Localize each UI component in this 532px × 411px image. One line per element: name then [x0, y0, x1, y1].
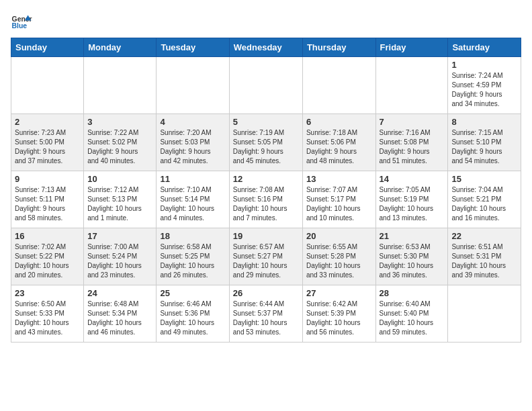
day-info: Sunrise: 6:50 AM Sunset: 5:33 PM Dayligh… — [15, 300, 80, 337]
day-info: Sunrise: 6:57 AM Sunset: 5:27 PM Dayligh… — [233, 242, 299, 280]
svg-text:Blue: Blue — [12, 22, 28, 30]
calendar-cell: 13Sunrise: 7:07 AM Sunset: 5:17 PM Dayli… — [302, 171, 375, 228]
day-info: Sunrise: 7:12 AM Sunset: 5:13 PM Dayligh… — [87, 185, 152, 223]
day-number: 24 — [87, 288, 152, 298]
day-info: Sunrise: 6:55 AM Sunset: 5:28 PM Dayligh… — [306, 242, 372, 280]
day-number: 14 — [380, 174, 445, 184]
calendar-cell: 3Sunrise: 7:22 AM Sunset: 5:02 PM Daylig… — [84, 114, 157, 171]
logo-icon: General Blue — [11, 11, 32, 32]
day-number: 26 — [233, 288, 299, 298]
day-info: Sunrise: 7:08 AM Sunset: 5:16 PM Dayligh… — [233, 185, 299, 223]
day-number: 12 — [233, 174, 299, 184]
calendar-cell: 21Sunrise: 6:53 AM Sunset: 5:30 PM Dayli… — [375, 228, 448, 285]
day-number: 1 — [451, 60, 517, 70]
day-info: Sunrise: 6:58 AM Sunset: 5:25 PM Dayligh… — [160, 242, 225, 280]
day-number: 6 — [306, 117, 372, 127]
calendar-cell: 16Sunrise: 7:02 AM Sunset: 5:22 PM Dayli… — [11, 228, 84, 285]
calendar-cell: 19Sunrise: 6:57 AM Sunset: 5:27 PM Dayli… — [229, 228, 302, 285]
weekday-header-tuesday: Tuesday — [157, 38, 229, 57]
day-info: Sunrise: 7:05 AM Sunset: 5:19 PM Dayligh… — [380, 185, 445, 223]
calendar-cell: 1Sunrise: 7:24 AM Sunset: 4:59 PM Daylig… — [448, 57, 521, 114]
day-number: 11 — [160, 174, 225, 184]
day-number: 22 — [451, 231, 517, 241]
page-header: General Blue — [11, 11, 521, 32]
calendar-cell — [84, 57, 157, 114]
day-number: 27 — [306, 288, 372, 298]
day-info: Sunrise: 7:19 AM Sunset: 5:05 PM Dayligh… — [233, 128, 299, 166]
calendar-cell — [229, 57, 302, 114]
day-info: Sunrise: 7:00 AM Sunset: 5:24 PM Dayligh… — [87, 242, 152, 280]
day-info: Sunrise: 6:42 AM Sunset: 5:39 PM Dayligh… — [306, 300, 372, 337]
calendar-table: SundayMondayTuesdayWednesdayThursdayFrid… — [11, 38, 521, 342]
day-number: 20 — [306, 231, 372, 241]
weekday-header-thursday: Thursday — [302, 38, 375, 57]
day-info: Sunrise: 6:46 AM Sunset: 5:36 PM Dayligh… — [160, 300, 225, 337]
day-info: Sunrise: 7:07 AM Sunset: 5:17 PM Dayligh… — [306, 185, 372, 223]
weekday-header-monday: Monday — [84, 38, 157, 57]
calendar-cell — [448, 285, 521, 342]
day-info: Sunrise: 7:18 AM Sunset: 5:06 PM Dayligh… — [306, 128, 372, 166]
day-info: Sunrise: 7:16 AM Sunset: 5:08 PM Dayligh… — [380, 128, 445, 166]
day-number: 5 — [233, 117, 299, 127]
day-info: Sunrise: 7:15 AM Sunset: 5:10 PM Dayligh… — [451, 128, 517, 166]
calendar-cell: 9Sunrise: 7:13 AM Sunset: 5:11 PM Daylig… — [11, 171, 84, 228]
day-number: 16 — [15, 231, 80, 241]
calendar-cell — [302, 57, 375, 114]
calendar-header-row: SundayMondayTuesdayWednesdayThursdayFrid… — [11, 38, 521, 57]
day-info: Sunrise: 7:02 AM Sunset: 5:22 PM Dayligh… — [15, 242, 80, 280]
logo: General Blue — [11, 11, 35, 32]
calendar-cell: 8Sunrise: 7:15 AM Sunset: 5:10 PM Daylig… — [448, 114, 521, 171]
calendar-week-row: 9Sunrise: 7:13 AM Sunset: 5:11 PM Daylig… — [11, 171, 521, 228]
day-info: Sunrise: 6:51 AM Sunset: 5:31 PM Dayligh… — [451, 242, 517, 280]
calendar-cell: 2Sunrise: 7:23 AM Sunset: 5:00 PM Daylig… — [11, 114, 84, 171]
calendar-cell: 18Sunrise: 6:58 AM Sunset: 5:25 PM Dayli… — [157, 228, 229, 285]
calendar-week-row: 16Sunrise: 7:02 AM Sunset: 5:22 PM Dayli… — [11, 228, 521, 285]
calendar-cell: 26Sunrise: 6:44 AM Sunset: 5:37 PM Dayli… — [229, 285, 302, 342]
weekday-header-friday: Friday — [375, 38, 448, 57]
calendar-cell: 12Sunrise: 7:08 AM Sunset: 5:16 PM Dayli… — [229, 171, 302, 228]
calendar-cell — [11, 57, 84, 114]
calendar-week-row: 2Sunrise: 7:23 AM Sunset: 5:00 PM Daylig… — [11, 114, 521, 171]
day-info: Sunrise: 7:04 AM Sunset: 5:21 PM Dayligh… — [451, 185, 517, 223]
day-number: 19 — [233, 231, 299, 241]
calendar-cell: 22Sunrise: 6:51 AM Sunset: 5:31 PM Dayli… — [448, 228, 521, 285]
calendar-cell: 28Sunrise: 6:40 AM Sunset: 5:40 PM Dayli… — [375, 285, 448, 342]
day-info: Sunrise: 7:10 AM Sunset: 5:14 PM Dayligh… — [160, 185, 225, 223]
calendar-cell — [157, 57, 229, 114]
calendar-cell: 27Sunrise: 6:42 AM Sunset: 5:39 PM Dayli… — [302, 285, 375, 342]
calendar-cell: 6Sunrise: 7:18 AM Sunset: 5:06 PM Daylig… — [302, 114, 375, 171]
weekday-header-saturday: Saturday — [448, 38, 521, 57]
day-number: 18 — [160, 231, 225, 241]
calendar-cell: 7Sunrise: 7:16 AM Sunset: 5:08 PM Daylig… — [375, 114, 448, 171]
calendar-cell: 17Sunrise: 7:00 AM Sunset: 5:24 PM Dayli… — [84, 228, 157, 285]
day-number: 25 — [160, 288, 225, 298]
calendar-cell: 14Sunrise: 7:05 AM Sunset: 5:19 PM Dayli… — [375, 171, 448, 228]
calendar-cell: 4Sunrise: 7:20 AM Sunset: 5:03 PM Daylig… — [157, 114, 229, 171]
day-number: 9 — [15, 174, 80, 184]
calendar-cell — [375, 57, 448, 114]
calendar-cell: 20Sunrise: 6:55 AM Sunset: 5:28 PM Dayli… — [302, 228, 375, 285]
weekday-header-wednesday: Wednesday — [229, 38, 302, 57]
calendar-cell: 5Sunrise: 7:19 AM Sunset: 5:05 PM Daylig… — [229, 114, 302, 171]
day-number: 23 — [15, 288, 80, 298]
day-info: Sunrise: 7:22 AM Sunset: 5:02 PM Dayligh… — [87, 128, 152, 166]
day-number: 17 — [87, 231, 152, 241]
calendar-week-row: 1Sunrise: 7:24 AM Sunset: 4:59 PM Daylig… — [11, 57, 521, 114]
calendar-cell: 11Sunrise: 7:10 AM Sunset: 5:14 PM Dayli… — [157, 171, 229, 228]
day-info: Sunrise: 7:23 AM Sunset: 5:00 PM Dayligh… — [15, 128, 80, 166]
calendar-cell: 23Sunrise: 6:50 AM Sunset: 5:33 PM Dayli… — [11, 285, 84, 342]
day-info: Sunrise: 6:44 AM Sunset: 5:37 PM Dayligh… — [233, 300, 299, 337]
day-number: 7 — [380, 117, 445, 127]
day-info: Sunrise: 7:13 AM Sunset: 5:11 PM Dayligh… — [15, 185, 80, 223]
calendar-cell: 25Sunrise: 6:46 AM Sunset: 5:36 PM Dayli… — [157, 285, 229, 342]
day-number: 13 — [306, 174, 372, 184]
calendar-week-row: 23Sunrise: 6:50 AM Sunset: 5:33 PM Dayli… — [11, 285, 521, 342]
day-number: 2 — [15, 117, 80, 127]
day-info: Sunrise: 7:20 AM Sunset: 5:03 PM Dayligh… — [160, 128, 225, 166]
day-info: Sunrise: 6:53 AM Sunset: 5:30 PM Dayligh… — [380, 242, 445, 280]
day-number: 4 — [160, 117, 225, 127]
calendar-cell: 24Sunrise: 6:48 AM Sunset: 5:34 PM Dayli… — [84, 285, 157, 342]
day-number: 8 — [451, 117, 517, 127]
day-info: Sunrise: 6:48 AM Sunset: 5:34 PM Dayligh… — [87, 300, 152, 337]
day-number: 21 — [380, 231, 445, 241]
